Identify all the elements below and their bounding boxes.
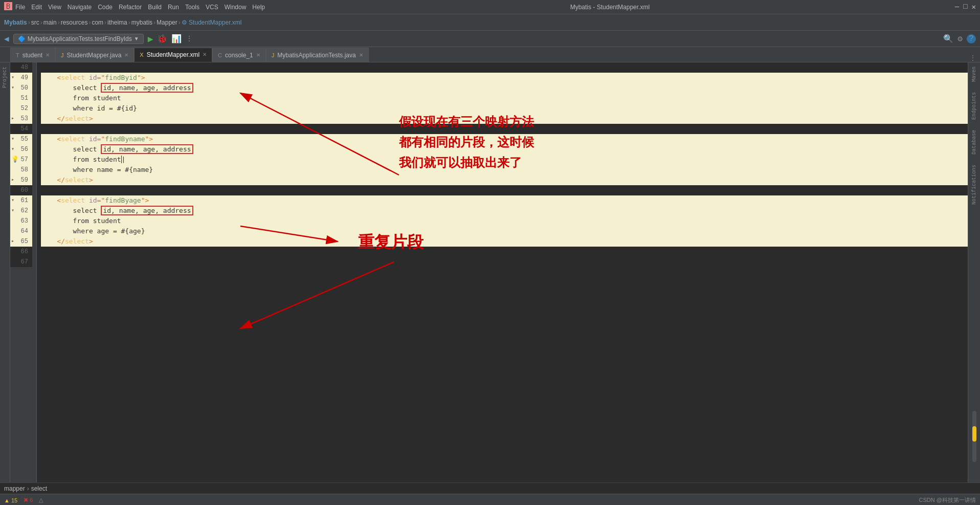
code-53-text: </select> [41, 114, 93, 124]
sidebar-right-database[interactable]: Database [971, 130, 977, 155]
code-line-58: where name = #{name} [41, 165, 968, 175]
menu-build[interactable]: Build [148, 4, 162, 11]
fold-61[interactable]: ▾ [11, 195, 14, 206]
menu-help[interactable]: Help [252, 4, 265, 11]
bottom-select[interactable]: select [31, 485, 47, 492]
menu-code[interactable]: Code [98, 4, 113, 11]
bc-itheima[interactable]: itheima [107, 19, 127, 26]
fold-59[interactable]: ▸ [11, 175, 14, 185]
maximize-button[interactable]: □ [963, 3, 967, 11]
menu-refactor[interactable]: Refactor [119, 4, 142, 11]
tab-student-close[interactable]: ✕ [46, 52, 50, 58]
bc-sep-6: › [128, 19, 130, 26]
editor-with-gutter: 48 ▾ 49 ▾ 50 51 52 ▸ 53 [10, 62, 968, 482]
bc-file[interactable]: ⚙ StudentMapper.xml [182, 19, 242, 26]
run-config-dropdown[interactable]: ▼ [134, 36, 139, 41]
sidebar-right-endpoints[interactable]: Endpoints [971, 92, 977, 120]
run-config[interactable]: 🔷 MybatisApplicationTests.testFindByIds … [13, 34, 144, 44]
tab-studentmapper-xml[interactable]: X StudentMapper.xml ✕ [134, 48, 212, 62]
sidebar-right-notifications[interactable]: Notifications [971, 165, 977, 205]
tabs-bar: T student ✕ J StudentMapper.java ✕ X Stu… [0, 47, 980, 62]
code-content[interactable]: <select id="findByid"> select id, name, … [37, 62, 968, 482]
fold-65[interactable]: ▸ [11, 236, 14, 247]
tab-studentmapper-java-label: StudentMapper.java [67, 52, 122, 59]
status-errors[interactable]: ✖ 6 [24, 497, 33, 503]
code-line-53: </select> [41, 114, 968, 124]
menu-tools[interactable]: Tools [185, 4, 199, 11]
sidebar-right-maven[interactable]: Maven [971, 67, 977, 82]
bc-mybatis2[interactable]: mybatis [131, 19, 152, 26]
tab-student[interactable]: T student ✕ [10, 48, 55, 62]
code-line-48 [41, 62, 968, 73]
tab-tests-java[interactable]: J MybatisApplicationTests.java ✕ [266, 48, 369, 62]
help-icon[interactable]: ? [967, 34, 976, 43]
tab-studentmapper-xml-close[interactable]: ✕ [203, 52, 207, 57]
menu-run[interactable]: Run [168, 4, 179, 11]
ln-58: 58 [10, 165, 32, 175]
tab-console[interactable]: C console_1 ✕ [212, 48, 266, 62]
title-bar: 🅱 File Edit View Navigate Code Refactor … [0, 0, 980, 14]
more-button[interactable]: ⋮ [186, 34, 193, 43]
code-line-59: </select> [41, 175, 968, 185]
status-up-arrow[interactable]: △ [39, 497, 43, 503]
bc-resources[interactable]: resources [61, 19, 88, 26]
menu-bar: File Edit View Navigate Code Refactor Bu… [15, 4, 265, 11]
tab-console-close[interactable]: ✕ [256, 52, 260, 58]
fold-55[interactable]: ▾ [11, 134, 14, 144]
code-58-text: where name = #{name} [41, 165, 153, 175]
ln-57: 💡 57 [10, 155, 32, 165]
ln-61: ▾ 61 [10, 195, 32, 206]
code-63-text: from student [41, 216, 121, 226]
scrollbar-thumb[interactable] [972, 426, 976, 442]
code-line-66 [41, 247, 968, 257]
bottom-mapper[interactable]: mapper [4, 485, 25, 492]
coverage-button[interactable]: 📊 [171, 34, 182, 44]
tabs-overflow[interactable]: ⋮ [970, 54, 976, 62]
ln-62: ▾ 62 [10, 206, 32, 216]
bc-sep-8: › [179, 19, 181, 26]
minimize-button[interactable]: — [955, 3, 959, 11]
code-61-text: <select id="findByage"> [41, 195, 149, 206]
editor[interactable]: 48 ▾ 49 ▾ 50 51 52 ▸ 53 [10, 62, 968, 482]
bc-mapper[interactable]: Mapper [157, 19, 177, 26]
code-65-text: </select> [41, 236, 93, 247]
tab-console-label: console_1 [225, 52, 253, 59]
tab-console-icon: C [218, 52, 222, 58]
tab-studentmapper-java-close[interactable]: ✕ [124, 52, 128, 58]
menu-navigate[interactable]: Navigate [68, 4, 92, 11]
bc-sep-3: › [58, 19, 60, 26]
code-line-64: where age = #{age} [41, 226, 968, 236]
fold-53[interactable]: ▸ [11, 114, 14, 124]
back-icon[interactable]: ◀ [4, 34, 9, 44]
fold-62[interactable]: ▾ [11, 206, 14, 216]
ln-54: 54 [10, 124, 32, 134]
scrollbar-indicator [972, 411, 976, 462]
fold-56[interactable]: ▾ [11, 144, 14, 155]
menu-file[interactable]: File [15, 4, 25, 11]
menu-vcs[interactable]: VCS [206, 4, 218, 11]
tab-studentmapper-java[interactable]: J StudentMapper.java ✕ [55, 48, 134, 62]
menu-view[interactable]: View [48, 4, 61, 11]
bc-com[interactable]: com [92, 19, 103, 26]
ln-55: ▾ 55 [10, 134, 32, 144]
code-line-61: <select id="findByage"> [41, 195, 968, 206]
close-button[interactable]: ✕ [972, 3, 976, 11]
tab-tests-java-close[interactable]: ✕ [359, 52, 363, 58]
bc-main[interactable]: main [43, 19, 57, 26]
run-button[interactable]: ▶ [148, 33, 153, 45]
ln-48: 48 [10, 62, 32, 73]
search-icon[interactable]: 🔍 [943, 34, 953, 44]
code-line-52: where id = #{id} [41, 103, 968, 114]
project-icon[interactable]: Project [2, 67, 8, 88]
fold-49[interactable]: ▾ [11, 73, 14, 83]
bc-mybatis[interactable]: Mybatis [4, 19, 27, 26]
status-warnings[interactable]: ▲ 15 [4, 497, 17, 503]
settings-icon[interactable]: ⚙ [957, 34, 963, 44]
fold-50[interactable]: ▾ [11, 83, 14, 93]
bc-sep-1: › [28, 19, 30, 26]
menu-edit[interactable]: Edit [31, 4, 42, 11]
menu-window[interactable]: Window [225, 4, 247, 11]
bc-src[interactable]: src [31, 19, 39, 26]
window-title: Mybatis - StudentMapper.xml [570, 4, 650, 11]
debug-button[interactable]: 🐞 [157, 34, 167, 44]
